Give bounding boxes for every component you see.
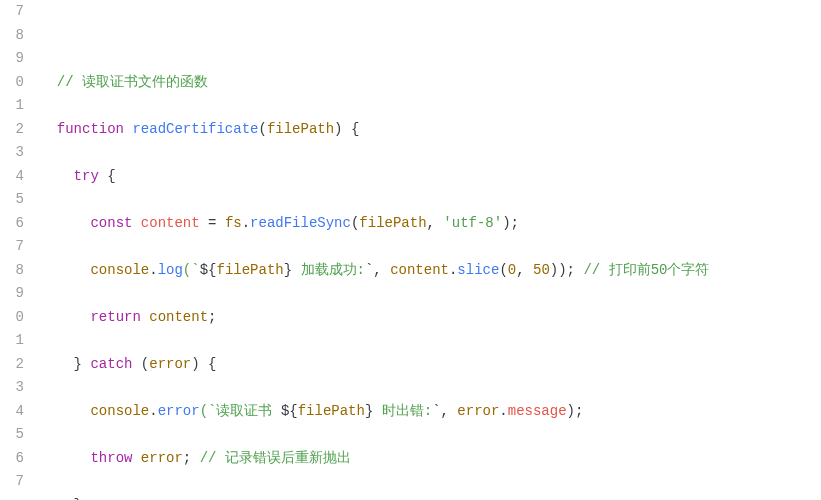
line-number: 1 xyxy=(0,329,24,353)
line-number: 5 xyxy=(0,423,24,447)
code-line: } catch (error) { xyxy=(40,353,709,377)
line-number: 6 xyxy=(0,447,24,471)
line-number: 4 xyxy=(0,400,24,424)
code-line: console.log(`${filePath} 加载成功:`, content… xyxy=(40,259,709,283)
line-number: 4 xyxy=(0,165,24,189)
line-number: 7 xyxy=(0,235,24,259)
code-line: try { xyxy=(40,165,709,189)
code-line: // 读取证书文件的函数 xyxy=(40,71,709,95)
line-number: 1 xyxy=(0,94,24,118)
line-number: 3 xyxy=(0,376,24,400)
line-number: 2 xyxy=(0,118,24,142)
code-line: console.error(`读取证书 ${filePath} 时出错:`, e… xyxy=(40,400,709,424)
line-number: 7 xyxy=(0,0,24,24)
line-number: 9 xyxy=(0,282,24,306)
code-line: function readCertificate(filePath) { xyxy=(40,118,709,142)
code-line: return content; xyxy=(40,306,709,330)
line-number: 6 xyxy=(0,212,24,236)
code-editor[interactable]: // 读取证书文件的函数 function readCertificate(fi… xyxy=(30,0,709,500)
line-number: 9 xyxy=(0,47,24,71)
line-number: 0 xyxy=(0,71,24,95)
line-number: 8 xyxy=(0,259,24,283)
code-line: } xyxy=(40,494,709,501)
line-number: 5 xyxy=(0,188,24,212)
code-line: throw error; // 记录错误后重新抛出 xyxy=(40,447,709,471)
line-number-gutter: 7 8 9 0 1 2 3 4 5 6 7 8 9 0 1 2 3 4 5 6 … xyxy=(0,0,30,500)
code-line: const content = fs.readFileSync(filePath… xyxy=(40,212,709,236)
line-number: 8 xyxy=(0,24,24,48)
line-number: 0 xyxy=(0,306,24,330)
line-number: 7 xyxy=(0,470,24,494)
code-line xyxy=(40,24,709,48)
line-number: 2 xyxy=(0,353,24,377)
line-number: 3 xyxy=(0,141,24,165)
